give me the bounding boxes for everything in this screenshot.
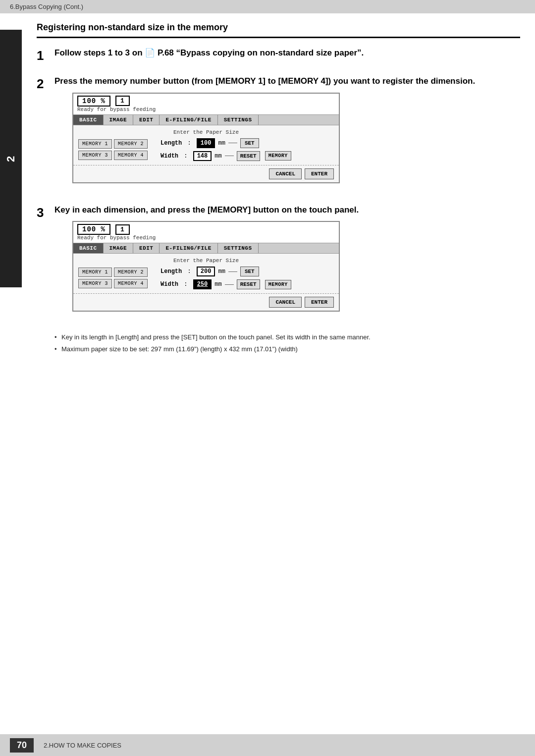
tp2-footer: CANCEL ENTER [73, 293, 339, 311]
tp2-page: 1 [115, 224, 130, 235]
tp1-width-value: 148 [193, 151, 212, 161]
tp1-reset-btn[interactable]: RESET [237, 151, 260, 161]
tp1-width-row: Width : 148 mm RESET MEMORY [157, 151, 291, 161]
chapter-tab: 2 [0, 30, 22, 287]
step-3: 3 Key in each dimension, and press the [… [37, 204, 520, 321]
tp1-tab-edit[interactable]: EDIT [133, 115, 160, 125]
step-1-text: Follow steps 1 to 3 on 📄 P.68 “Bypass co… [54, 47, 520, 59]
tp2-length-label: Length [160, 268, 182, 275]
tp1-length-line [228, 143, 237, 143]
tp2-body: Enter the Paper Size MEMORY 1 MEMORY 2 M… [73, 254, 339, 293]
tp1-width-unit: mm [214, 153, 221, 160]
note-1: Key in its length in [Length] and press … [54, 332, 520, 342]
tp2-header: 100 % 1 Ready for bypass feeding [73, 222, 339, 243]
tp1-ready: Ready for bypass feeding [77, 107, 335, 112]
tp1-percent: 100 % [77, 96, 110, 107]
tp1-tab-efiling[interactable]: E-FILING/FILE [160, 115, 217, 125]
step-3-text: Key in each dimension, and press the [ME… [54, 204, 520, 216]
tp1-page: 1 [115, 96, 130, 106]
tp2-ready: Ready for bypass feeding [77, 235, 335, 241]
tp1-memory2-btn[interactable]: MEMORY 2 [114, 139, 148, 149]
tp1-memory3-btn[interactable]: MEMORY 3 [78, 151, 112, 160]
tp2-memory1-btn[interactable]: MEMORY 1 [78, 268, 112, 277]
tp2-memory-group: MEMORY 1 MEMORY 2 MEMORY 3 MEMORY 4 [78, 268, 148, 288]
tp2-length-unit: mm [218, 268, 225, 275]
tp1-memory1-btn[interactable]: MEMORY 1 [78, 139, 112, 149]
tp1-enter-label: Enter the Paper Size [78, 129, 334, 135]
touch-panel-2: 100 % 1 Ready for bypass feeding BASIC I… [72, 221, 340, 312]
notes-list: Key in its length in [Length] and press … [54, 332, 520, 354]
step-2-number: 2 [37, 76, 54, 92]
tp1-tabs: BASIC IMAGE EDIT E-FILING/FILE SETTINGS [73, 115, 339, 125]
tp2-enter-label: Enter the Paper Size [78, 258, 334, 264]
tp1-length-value: 100 [197, 138, 215, 148]
tp1-body: Enter the Paper Size MEMORY 1 MEMORY 2 M… [73, 125, 339, 165]
bottom-label: 2.HOW TO MAKE COPIES [44, 742, 121, 749]
tp2-width-value: 250 [193, 279, 212, 289]
note-2: Maximum paper size to be set: 297 mm (11… [54, 344, 520, 354]
tp1-length-row: Length : 100 mm SET [157, 138, 291, 148]
tp1-length-unit: mm [218, 140, 225, 147]
tp2-width-line [225, 284, 234, 285]
tp2-width-unit: mm [214, 281, 221, 288]
touch-panel-1: 100 % 1 Ready for bypass feeding BASIC I… [72, 93, 340, 183]
tp2-memory3-btn[interactable]: MEMORY 3 [78, 279, 112, 288]
step-1-number: 1 [37, 48, 54, 63]
tp1-length-label: Length [160, 140, 182, 147]
tp2-width-label: Width [160, 281, 178, 288]
tp1-tab-basic[interactable]: BASIC [73, 115, 104, 125]
tp2-memory2-btn[interactable]: MEMORY 2 [114, 268, 148, 277]
tp2-length-value: 200 [197, 267, 215, 276]
top-bar: 6.Bypass Copying (Cont.) [0, 0, 535, 13]
tp2-length-row: Length : 200 mm SET [157, 267, 291, 276]
section-heading: Registering non-standard size in the mem… [37, 13, 520, 38]
tp1-width-label: Width [160, 153, 178, 160]
step-2: 2 Press the memory number button (from [… [37, 75, 520, 192]
tp1-enter-btn[interactable]: ENTER [305, 168, 334, 179]
tp2-memory4-btn[interactable]: MEMORY 4 [114, 279, 148, 288]
tp1-header: 100 % 1 Ready for bypass feeding [73, 94, 339, 115]
tp2-tab-efiling[interactable]: E-FILING/FILE [160, 243, 217, 253]
step-3-number: 3 [37, 205, 54, 220]
bottom-bar: 70 2.HOW TO MAKE COPIES [0, 734, 535, 756]
tp1-memory-group: MEMORY 1 MEMORY 2 MEMORY 3 MEMORY 4 [78, 139, 148, 160]
tp1-memory-right-btn[interactable]: MEMORY [265, 151, 291, 161]
tp2-memory-right-btn[interactable]: MEMORY [265, 280, 291, 289]
tp2-set-btn[interactable]: SET [240, 267, 259, 276]
tp1-footer: CANCEL ENTER [73, 165, 339, 182]
tp2-reset-btn[interactable]: RESET [237, 279, 260, 289]
tp2-tab-basic[interactable]: BASIC [73, 243, 104, 253]
tp2-tabs: BASIC IMAGE EDIT E-FILING/FILE SETTINGS [73, 243, 339, 254]
tp1-width-line [225, 156, 234, 156]
top-bar-text: 6.Bypass Copying (Cont.) [10, 3, 83, 10]
tp1-tab-settings[interactable]: SETTINGS [218, 115, 259, 125]
tp2-width-row: Width : 250 mm RESET MEMORY [157, 279, 291, 289]
tp2-tab-image[interactable]: IMAGE [104, 243, 134, 253]
tp1-memory4-btn[interactable]: MEMORY 4 [114, 151, 148, 160]
tp1-cancel-btn[interactable]: CANCEL [269, 168, 302, 179]
step-1: 1 Follow steps 1 to 3 on 📄 P.68 “Bypass … [37, 47, 520, 63]
chapter-number: 2 [4, 155, 17, 162]
tp2-length-line [228, 271, 237, 272]
tp2-tab-edit[interactable]: EDIT [133, 243, 160, 253]
tp1-set-btn[interactable]: SET [240, 138, 259, 148]
step-2-text: Press the memory number button (from [ME… [54, 75, 520, 88]
tp2-cancel-btn[interactable]: CANCEL [269, 297, 302, 308]
tp2-tab-settings[interactable]: SETTINGS [218, 243, 259, 253]
page-number: 70 [10, 738, 34, 753]
tp1-tab-image[interactable]: IMAGE [104, 115, 134, 125]
tp2-percent: 100 % [77, 224, 110, 235]
tp2-enter-btn[interactable]: ENTER [305, 297, 334, 308]
tp2-dim-group: Length : 200 mm SET Width : [157, 267, 291, 289]
tp1-dim-group: Length : 100 mm SET Width : [157, 138, 291, 161]
